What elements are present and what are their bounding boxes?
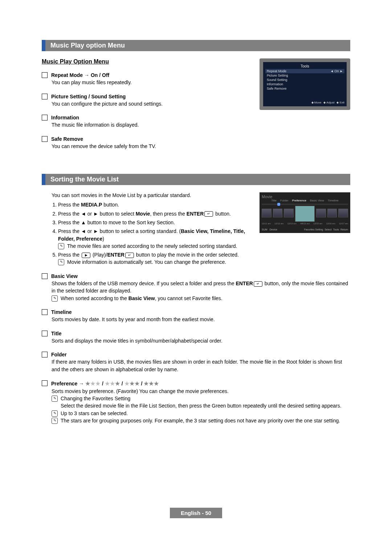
item-title-timeline: Timeline xyxy=(51,308,72,316)
thumb-label: 12/17 am xyxy=(339,222,348,225)
item-title-picture: Picture Setting / Sound Setting xyxy=(51,93,126,100)
arrow-right-icon: ► xyxy=(340,69,343,73)
stars-group-3: ★★★ xyxy=(124,380,140,386)
fig2-tab-folder: Folder xyxy=(280,199,289,202)
page-footer: English - 50 xyxy=(0,508,392,518)
item-title-repeat: Repeat Mode → On / Off xyxy=(51,71,109,79)
item-title-folder: Folder xyxy=(51,351,67,358)
box-icon xyxy=(42,380,48,386)
item-body-safe: You can remove the device safely from th… xyxy=(52,143,350,150)
note-icon: ✎ xyxy=(52,396,58,402)
item-body-pref: Sorts movies by preference. (Favorite) Y… xyxy=(52,388,350,395)
item-body-folder: If there are many folders in USB, the mo… xyxy=(52,358,350,373)
note-icon: ✎ xyxy=(58,259,64,265)
item-title-title: Title xyxy=(51,330,62,337)
box-icon xyxy=(42,309,48,315)
note-icon: ✎ xyxy=(52,418,58,424)
thumb xyxy=(327,209,337,217)
fig2-foot-sum: SUM xyxy=(262,228,268,231)
box-icon xyxy=(42,352,48,357)
box-icon xyxy=(42,331,48,336)
section-header-sorting: Sorting the Movie List xyxy=(42,174,350,185)
fig2-foot-tools: Tools xyxy=(333,228,339,231)
thumb-label: 12/15 am xyxy=(313,222,322,225)
tools-selected-value: On xyxy=(335,69,339,73)
thumb xyxy=(316,209,326,217)
thumb-label: ABCD.avi xyxy=(300,222,310,225)
thumb xyxy=(262,209,271,217)
tools-row-4: Safe Remove xyxy=(267,87,287,90)
fig2-foot-fav: Favorites Setting xyxy=(304,228,323,231)
thumb xyxy=(284,209,294,217)
fig2-tab-timeline: Timeline xyxy=(328,199,339,202)
thumb-selected xyxy=(295,206,315,222)
footer-text: English - 50 xyxy=(170,508,222,518)
stars-group-4: ★★★ xyxy=(144,380,159,386)
tools-foot-move: Move xyxy=(311,101,322,104)
thumb xyxy=(273,209,283,217)
fig2-foot-select: Select xyxy=(324,228,331,231)
tools-row-0: Repeat Mode xyxy=(267,69,286,73)
figure-tools-panel: Tools Repeat Mode ◄ On ► Picture Setting… xyxy=(260,58,350,110)
section-header-music: Music Play option Menu xyxy=(42,40,350,51)
stars-group-2: ★★★ xyxy=(105,380,120,386)
item-title-safe: Safe Remove xyxy=(51,135,83,143)
arrow-left-icon: ◄ xyxy=(330,69,334,73)
fig2-tab-title: Title xyxy=(271,199,277,202)
box-icon xyxy=(42,136,48,142)
thumb-label: 12/16 am xyxy=(326,222,335,225)
fig2-foot-device: Device xyxy=(270,228,277,231)
note-icon: ✎ xyxy=(58,243,64,249)
note-pref-3: The stars are for grouping purposes only… xyxy=(61,417,340,424)
figure-movie-list: Movie Title Folder Preference Basic View… xyxy=(260,192,350,233)
note-basic: When sorted according to the Basic View,… xyxy=(61,295,222,302)
item-title-pref: Preference → ★★★ / ★★★ / ★★★ / ★★★ xyxy=(51,380,159,388)
thumb-label: 12/13 am xyxy=(287,222,297,225)
fig2-tab-pref: Preference xyxy=(292,199,306,202)
thumb xyxy=(338,209,348,217)
note-icon: ✎ xyxy=(52,295,58,302)
fig2-tab-basic: Basic View xyxy=(310,199,324,202)
thumb-label: 12/11 am xyxy=(262,222,271,225)
box-icon xyxy=(42,273,48,279)
tools-row-2: Sound Setting xyxy=(267,78,287,82)
play-icon: ▶ xyxy=(82,253,90,258)
thumb-label: 12/12 am xyxy=(274,222,283,225)
stars-group-1: ★★★ xyxy=(85,380,101,386)
step-5: Press the ▶ (Play)/ENTER↵ button to play… xyxy=(58,251,350,266)
box-icon xyxy=(42,94,48,99)
fig2-title: Movie xyxy=(262,195,348,199)
item-body-info: The music file information is displayed. xyxy=(52,121,350,128)
enter-icon: ↵ xyxy=(125,253,134,258)
note-pref-2: Up to 3 stars can be selected. xyxy=(61,410,128,417)
enter-icon: ↵ xyxy=(204,211,213,217)
box-icon xyxy=(42,115,48,120)
note-pref-1: Changing the Favorites Setting Select th… xyxy=(61,395,342,410)
item-body-basic: Shows the folders of the USB memory devi… xyxy=(52,280,350,295)
tools-row-1: Picture Setting xyxy=(267,74,288,77)
tools-row-3: Information xyxy=(267,82,283,86)
enter-icon: ↵ xyxy=(254,281,262,287)
tools-foot-adjust: Adjust xyxy=(323,101,334,104)
item-title-info: Information xyxy=(51,114,79,121)
item-body-title: Sorts and displays the movie titles in s… xyxy=(52,337,350,344)
fig2-foot-return: Return xyxy=(340,228,348,231)
item-body-timeline: Sorts movies by date. It sorts by year a… xyxy=(52,316,350,323)
note-icon: ✎ xyxy=(52,410,58,417)
tools-title: Tools xyxy=(265,64,344,68)
tools-foot-exit: Exit xyxy=(336,101,344,104)
box-icon xyxy=(42,72,48,78)
item-title-basic: Basic View xyxy=(51,273,78,280)
